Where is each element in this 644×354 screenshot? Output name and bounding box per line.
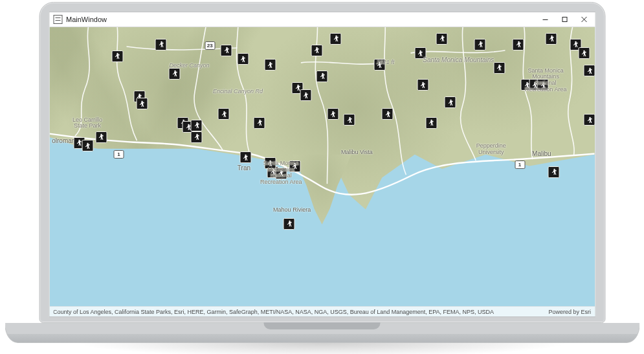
hiker-icon — [114, 52, 121, 60]
close-button[interactable] — [574, 12, 594, 27]
hiker-icon — [417, 50, 424, 57]
trailhead-marker[interactable] — [82, 140, 93, 151]
trailhead-marker[interactable] — [445, 96, 456, 108]
trailhead-marker[interactable] — [289, 160, 300, 172]
trailhead-marker[interactable] — [264, 59, 276, 71]
minimize-icon — [542, 16, 548, 23]
hiker-icon — [550, 168, 557, 175]
hiker-icon — [267, 61, 274, 69]
trailhead-marker[interactable] — [382, 108, 394, 120]
hiker-icon — [376, 61, 383, 69]
maximize-button[interactable] — [555, 12, 574, 27]
trailhead-marker[interactable] — [493, 62, 505, 74]
svg-point-24 — [518, 41, 519, 43]
hiker-icon — [419, 82, 427, 89]
svg-point-17 — [420, 50, 421, 51]
trailhead-marker[interactable] — [417, 79, 428, 91]
trailhead-marker[interactable] — [254, 117, 265, 129]
svg-point-2 — [117, 53, 118, 54]
highway-shield: 1 — [113, 150, 124, 159]
hiker-icon — [581, 50, 588, 57]
hiker-icon — [586, 116, 593, 124]
trailhead-marker[interactable] — [584, 65, 595, 76]
trailhead-marker[interactable] — [316, 71, 328, 82]
svg-point-14 — [349, 116, 350, 118]
trailhead-marker[interactable] — [264, 157, 276, 169]
window-title: MainWindow — [66, 16, 107, 23]
svg-point-26 — [535, 82, 536, 83]
screen-bezel: MainWindow — [39, 2, 605, 323]
svg-point-10 — [316, 47, 317, 49]
trailhead-marker[interactable] — [191, 120, 203, 131]
close-icon — [581, 16, 587, 23]
trailhead-marker[interactable] — [218, 108, 230, 120]
trailhead-marker[interactable] — [327, 108, 339, 120]
hiker-icon — [193, 133, 200, 140]
svg-point-3 — [161, 41, 162, 43]
hiker-icon — [384, 111, 391, 118]
trailhead-marker[interactable] — [578, 47, 590, 59]
trailhead-marker[interactable] — [283, 218, 295, 230]
trailhead-marker[interactable] — [237, 53, 249, 65]
svg-point-43 — [100, 134, 102, 135]
svg-point-25 — [526, 82, 527, 83]
trailhead-marker[interactable] — [425, 117, 437, 129]
hiker-icon — [496, 64, 503, 71]
laptop-shadow — [5, 343, 639, 354]
trailhead-marker[interactable] — [537, 79, 549, 91]
trailhead-marker[interactable] — [548, 166, 560, 178]
trailhead-marker[interactable] — [221, 45, 232, 56]
svg-point-40 — [259, 120, 260, 121]
hiker-icon — [242, 154, 249, 161]
hiker-icon — [223, 47, 230, 54]
trailhead-marker[interactable] — [275, 168, 287, 179]
map-view[interactable]: County of Los Angeles, California State … — [49, 27, 595, 316]
trailhead-marker[interactable] — [330, 33, 342, 45]
svg-point-34 — [142, 101, 143, 102]
trailhead-marker[interactable] — [344, 114, 355, 126]
trailhead-marker[interactable] — [300, 89, 311, 101]
hiker-icon — [285, 220, 293, 227]
trailhead-marker[interactable] — [191, 131, 203, 143]
trailhead-marker[interactable] — [111, 50, 123, 62]
svg-point-20 — [441, 36, 443, 37]
hiker-icon — [329, 111, 337, 118]
trailhead-marker[interactable] — [436, 33, 448, 45]
trailhead-marker[interactable] — [373, 59, 385, 71]
maximize-icon — [561, 16, 568, 23]
hiker-icon — [220, 111, 227, 118]
svg-point-49 — [289, 221, 290, 222]
hiker-icon — [515, 41, 522, 48]
trailhead-marker[interactable] — [584, 114, 595, 126]
svg-point-50 — [553, 169, 555, 170]
svg-rect-0 — [542, 19, 548, 20]
svg-point-31 — [589, 67, 590, 69]
svg-point-12 — [335, 36, 337, 37]
svg-point-37 — [196, 122, 197, 124]
minimize-button[interactable] — [535, 12, 555, 27]
trailhead-marker[interactable] — [95, 131, 107, 143]
trailhead-marker[interactable] — [513, 39, 524, 50]
svg-point-47 — [270, 160, 271, 161]
svg-point-11 — [322, 73, 323, 74]
hiker-icon — [171, 70, 178, 77]
svg-point-27 — [542, 82, 544, 83]
trailhead-marker[interactable] — [136, 98, 148, 109]
trailhead-marker[interactable] — [311, 45, 322, 56]
trailhead-marker[interactable] — [169, 68, 181, 80]
hiker-icon — [278, 170, 285, 177]
trailhead-marker[interactable] — [474, 39, 486, 50]
svg-point-21 — [450, 99, 451, 100]
highway-shield: 23 — [205, 41, 215, 50]
trailhead-marker[interactable] — [546, 33, 557, 45]
svg-point-18 — [423, 82, 424, 83]
hiker-icon — [193, 122, 200, 129]
hiker-icon — [84, 142, 91, 149]
hiker-icon — [291, 162, 298, 170]
trailhead-marker[interactable] — [155, 39, 167, 50]
svg-point-42 — [87, 142, 88, 144]
hiker-icon — [98, 133, 105, 140]
svg-point-13 — [333, 111, 334, 112]
trailhead-marker[interactable] — [239, 151, 251, 163]
trailhead-marker[interactable] — [414, 47, 426, 59]
